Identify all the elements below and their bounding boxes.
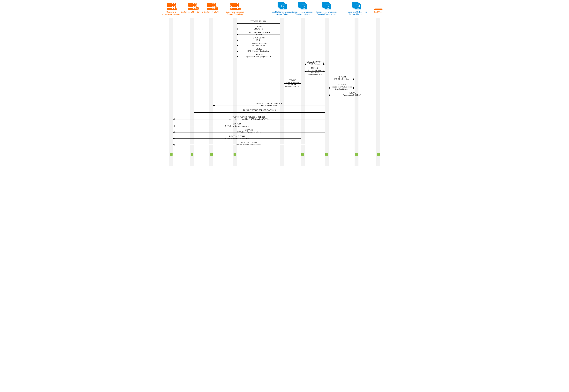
message-arrow: TCP/25, TCP/587, TCP/465, TCP/2525SMTP (… (194, 110, 325, 115)
message-arrow: UDP/123NTP (Time Synchronization) (173, 129, 325, 135)
participant-label: Tenable Identity Exposure Security Engin… (315, 11, 338, 15)
message-ports: TCP/25, TCP/587, TCP/465, TCP/2525 (194, 109, 325, 111)
participant-label: Tenable Identity Exposure Directory List… (291, 11, 314, 15)
message-ports: TLS/80 or TLS/443 (173, 135, 301, 137)
message-ports: TCP/443 (284, 79, 301, 81)
participant-storage: VMTenable Identity Exposure Storage Mana… (345, 0, 368, 15)
participant-infra: Customer's infrastructure services (160, 0, 183, 15)
message-desc: WSUS (Update Management) (173, 143, 325, 146)
message-ports: TCP/3268, TCP/3269 (237, 42, 280, 44)
message-desc: RPC Mapper (Replication) (237, 50, 280, 52)
lifeline-sen (325, 18, 329, 166)
message-ports: TCP/601, TCP/6515, UDP/514 (213, 102, 325, 104)
message-desc: LDAP (237, 22, 280, 25)
message-ports: UDP/123 (173, 129, 325, 131)
vm-icon: VM (315, 0, 338, 10)
server-gears-icon (160, 0, 183, 10)
message-arrow: TCP/5671, TCP/5672AMQ Protocol (305, 61, 325, 67)
lifeline-node (170, 153, 173, 156)
message-ports: TCP/445 (237, 26, 280, 28)
participant-sen: VMTenable Identity Exposure Security Eng… (315, 0, 338, 15)
message-desc: Tenable Identity Exposure Internal Rest … (284, 81, 301, 88)
laptop-icon (367, 0, 390, 10)
message-desc: Web App & REST API (329, 94, 376, 96)
participant-label: Tenable Identity Exposure Secure Relay (271, 11, 293, 15)
message-arrow: TCP/443Tenable Identity Exposure Interna… (305, 69, 325, 74)
lifeline-infra (169, 18, 173, 166)
message-ports: TCP/4244 (329, 84, 354, 86)
server-db-icon (200, 0, 223, 10)
message-arrow: TCP/1433MS-SQL Queries (329, 76, 354, 82)
message-desc: MS-SQL Queries (329, 78, 354, 80)
message-arrow: TLS/80 or TLS/443WSUS (Update Management… (173, 142, 325, 147)
lifeline-node (233, 153, 236, 156)
lifeline-node (301, 153, 304, 156)
message-arrow: TLS/80, TLS/443, TCP/389 or TCP/636Authe… (173, 116, 325, 122)
vm-icon: VM (345, 0, 368, 10)
message-arrow: TCP/443Tenable Identity Exposure Interna… (284, 81, 301, 86)
lifeline-node (191, 153, 193, 156)
message-desc: WSUS (Update Management) (173, 137, 301, 140)
participant-siem: Customer's SIEM (200, 0, 223, 13)
lifeline-node (210, 153, 213, 156)
participant-label: End-User (367, 11, 390, 13)
participant-label: Customer's SIEM (200, 11, 223, 13)
participant-user: End-User (367, 0, 390, 13)
message-arrow: TLS/80 or TLS/443WSUS (Update Management… (173, 136, 301, 141)
svg-point-1 (176, 8, 177, 10)
server-warn-icon (223, 0, 246, 10)
svg-point-0 (175, 7, 176, 9)
message-desc: Authentication provider (LDAP, SAML, OAU… (173, 118, 325, 120)
participant-dl: VMTenable Identity Exposure Directory Li… (291, 0, 314, 15)
message-arrow: TCP/53, UDP/53DNS (237, 37, 280, 43)
lifeline-node (355, 153, 358, 156)
message-ports: TCP/389, TCP/636 (237, 20, 280, 22)
message-desc: Tenable Identity Exposure Internal Rest … (305, 69, 325, 76)
message-ports: TCP/1433 (329, 76, 354, 78)
message-desc: DNS (237, 39, 280, 41)
participant-label: Tenable Identity Exposure Storage Manage… (345, 11, 368, 15)
message-desc: NTP (Time Synchronization) (173, 131, 325, 133)
message-desc: Kerberos (237, 33, 280, 36)
message-desc: Global Catalog (237, 44, 280, 47)
lifeline-node (377, 153, 380, 156)
svg-rect-4 (240, 9, 240, 9)
message-desc: Tenable Identity Exposure EventlogStorag… (329, 86, 354, 90)
message-arrow: TCP/3268, TCP/3269Global Catalog (237, 43, 280, 48)
message-ports: TLS/80 or TLS/443 (173, 141, 325, 143)
message-arrow: TCP/389, TCP/636LDAP (237, 21, 280, 26)
svg-rect-3 (240, 8, 240, 9)
message-arrow: TCP/443Web App & REST API (329, 92, 376, 98)
message-desc: Ephemeral RPC (Replication) (237, 56, 280, 58)
message-arrow: TCP/88, TCP/464, UDP/464Kerberos (237, 32, 280, 37)
message-desc: NTP (Time Synchronization) (173, 125, 301, 127)
message-desc: AMQ Protocol (305, 63, 325, 65)
message-ports: TCP/53, UDP/53 (237, 37, 280, 39)
lifeline-node (325, 153, 328, 156)
message-arrow: TCP/445SMB/CIFS (237, 26, 280, 32)
message-ports: TCP/>1024 (237, 54, 280, 56)
message-ports: UDP/123 (173, 123, 301, 125)
message-arrow: TCP/>1024Ephemeral RPC (Replication) (237, 54, 280, 59)
message-arrow: TCP/4244Tenable Identity Exposure Eventl… (329, 85, 354, 91)
message-ports: TLS/80, TLS/443, TCP/389 or TCP/636 (173, 116, 325, 118)
message-ports: TCP/443 (305, 67, 325, 69)
message-ports: TCP/443 (329, 92, 376, 94)
participant-relay: VMTenable Identity Exposure Secure Relay (271, 0, 293, 15)
vm-icon: VM (271, 0, 293, 10)
message-desc: Syslog (Notification) (213, 104, 325, 107)
participant-label: Customer's Monitored Domain Controllers (223, 11, 246, 15)
vm-icon: VM (291, 0, 314, 10)
participant-label: Customer's infrastructure services (160, 11, 183, 15)
message-ports: TCP/5671, TCP/5672 (305, 61, 325, 63)
message-arrow: TCP/601, TCP/6515, UDP/514Syslog (Notifi… (213, 103, 325, 108)
message-desc: SMB/CIFS (237, 28, 280, 30)
participant-dc: Customer's Monitored Domain Controllers (223, 0, 246, 15)
lifeline-user (376, 18, 380, 166)
message-desc: SMTP (Notification) (194, 111, 325, 113)
message-arrow: TCP/135RPC Mapper (Replication) (237, 48, 280, 54)
message-arrow: UDP/123NTP (Time Synchronization) (173, 123, 301, 129)
message-ports: TCP/88, TCP/464, UDP/464 (237, 31, 280, 33)
message-ports: TCP/135 (237, 48, 280, 50)
